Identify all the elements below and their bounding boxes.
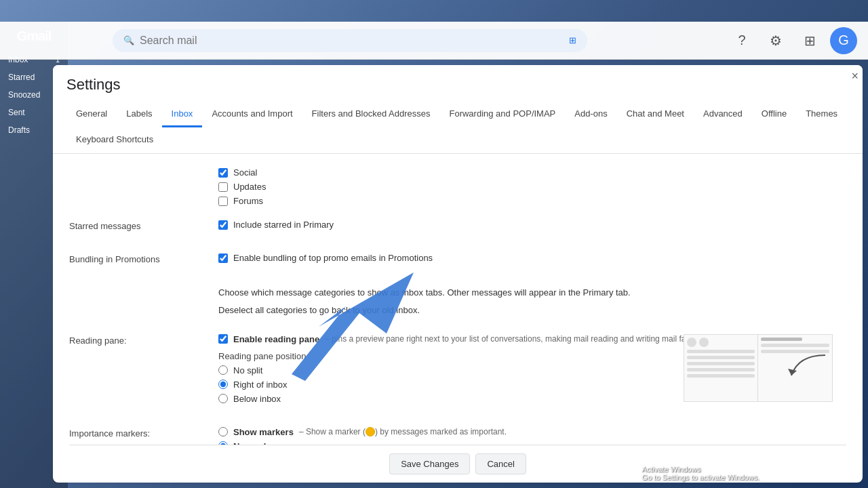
starred-label: Starred — [8, 73, 35, 82]
snoozed-label: Snoozed — [8, 90, 40, 100]
preview-right — [758, 335, 832, 401]
bundling-enable-row: Enable bundling of top promo emails in P… — [218, 253, 846, 263]
tab-filters[interactable]: Filters and Blocked Addresses — [302, 102, 440, 127]
bundling-content: Enable bundling of top promo emails in P… — [218, 253, 846, 267]
bundling-label-cell: Bundling in Promotions — [69, 253, 205, 267]
tab-desc-text: Choose which message categories to show … — [218, 286, 846, 300]
tab-description: Choose which message categories to show … — [69, 286, 846, 300]
preview-left — [684, 335, 758, 401]
checkbox-social-row: Social — [218, 167, 846, 178]
checkbox-social-label: Social — [233, 167, 257, 178]
preview-line-r-2 — [761, 344, 829, 347]
cancel-button[interactable]: Cancel — [475, 453, 526, 474]
checkbox-updates[interactable] — [218, 182, 228, 192]
main-content: Settings × General Labels Inbox Accounts… — [47, 60, 868, 488]
settings-tabs: General Labels Inbox Accounts and Import… — [66, 102, 849, 153]
below-inbox-radio[interactable] — [218, 394, 228, 403]
no-split-radio[interactable] — [218, 365, 228, 375]
settings-icon[interactable]: ⚙ — [762, 27, 789, 54]
starred-messages-row: Starred messages Include starred in Prim… — [69, 220, 846, 234]
preview-line-dark-1 — [761, 338, 802, 341]
filter-icon[interactable]: ⊞ — [569, 35, 576, 45]
sent-label: Sent — [8, 108, 25, 117]
tab-forwarding[interactable]: Forwarding and POP/IMAP — [439, 102, 565, 127]
categories-section: Social Updates Forums — [69, 167, 846, 206]
activate-line2: Go to Settings to activate Windows. — [642, 473, 760, 481]
tab-offline[interactable]: Offline — [752, 102, 796, 127]
enable-reading-pane-checkbox[interactable] — [218, 334, 228, 344]
activate-line1: Activate Windows — [642, 465, 760, 473]
importance-label-text: Importance markers: — [69, 428, 150, 439]
activate-windows-notice: Activate Windows Go to Settings to activ… — [642, 465, 760, 481]
preview-line-5 — [687, 374, 755, 378]
settings-header: Settings × General Labels Inbox Accounts… — [53, 65, 863, 154]
include-starred-checkbox[interactable] — [218, 220, 228, 230]
show-markers-row: Show markers – Show a marker () by messa… — [218, 427, 846, 437]
account-icon[interactable]: G — [830, 27, 857, 54]
starred-content: Include starred in Primary — [218, 220, 846, 234]
tab-chat[interactable]: Chat and Meet — [617, 102, 694, 127]
reading-pane-preview — [684, 334, 833, 402]
svg-marker-0 — [788, 369, 797, 375]
tab-addons[interactable]: Add-ons — [565, 102, 616, 127]
right-of-inbox-label: Right of inbox — [233, 380, 288, 390]
marker-icon-example — [366, 427, 375, 436]
tab-labels[interactable]: Labels — [117, 102, 161, 127]
checkbox-social[interactable] — [218, 168, 228, 178]
show-markers-radio[interactable] — [218, 427, 228, 436]
settings-panel: Settings × General Labels Inbox Accounts… — [53, 65, 863, 483]
checkbox-forums[interactable] — [218, 197, 228, 206]
tab-general[interactable]: General — [66, 102, 117, 127]
tab-keyboard[interactable]: Keyboard Shortcuts — [66, 127, 163, 153]
save-changes-button[interactable]: Save Changes — [389, 453, 470, 474]
tab-advanced[interactable]: Advanced — [694, 102, 752, 127]
bundling-row: Bundling in Promotions Enable bundling o… — [69, 253, 846, 267]
close-button[interactable]: × — [851, 69, 859, 83]
checkbox-forums-row: Forums — [218, 196, 846, 206]
no-split-label: No split — [233, 365, 262, 375]
deselect-note-text: Deselect all categories to go back to yo… — [218, 305, 846, 315]
include-starred-label: Include starred in Primary — [233, 220, 334, 230]
tab-inbox[interactable]: Inbox — [162, 102, 203, 127]
preview-line-1 — [687, 350, 755, 353]
enable-reading-pane-label: Enable reading pane — [233, 334, 319, 344]
reading-pane-label-cell: Reading pane: — [69, 334, 205, 408]
deselect-note: Deselect all categories to go back to yo… — [69, 305, 846, 315]
below-inbox-label: Below inbox — [233, 394, 281, 404]
help-icon[interactable]: ? — [728, 27, 755, 54]
include-starred-row: Include starred in Primary — [218, 220, 846, 230]
right-of-inbox-radio[interactable] — [218, 380, 228, 389]
bundling-checkbox[interactable] — [218, 253, 228, 263]
bundling-checkbox-label: Enable bundling of top promo emails in P… — [233, 253, 433, 263]
settings-title: Settings — [66, 76, 849, 94]
search-icon: 🔍 — [123, 35, 134, 45]
show-markers-desc: – Show a marker () by messages marked as… — [299, 427, 507, 437]
settings-body: Social Updates Forums Starred messages — [53, 154, 863, 483]
grid-icon[interactable]: ⊞ — [796, 27, 823, 54]
show-markers-label: Show markers — [233, 427, 294, 437]
app-container: Gmail Inbox 1 Starred Snoozed Sent 3 Dra… — [0, 22, 868, 488]
preview-arrow-svg — [785, 348, 832, 389]
reading-pane-label-text: Reading pane: — [69, 336, 127, 346]
preview-line-3 — [687, 362, 755, 365]
top-header: 🔍 ⊞ ? ⚙ ⊞ G — [0, 22, 868, 60]
checkbox-updates-row: Updates — [218, 182, 846, 192]
starred-label-cell: Starred messages — [69, 220, 205, 234]
preview-line-4 — [687, 368, 755, 371]
reading-pane-row: Reading pane: Enable reading pane – pins… — [69, 334, 846, 408]
tab-themes[interactable]: Themes — [796, 102, 847, 127]
checkbox-updates-label: Updates — [233, 182, 266, 192]
tab-accounts[interactable]: Accounts and Import — [202, 102, 302, 127]
drafts-label: Drafts — [8, 125, 30, 135]
bundling-label-text: Bundling in Promotions — [69, 254, 160, 264]
search-bar[interactable]: 🔍 ⊞ — [113, 29, 587, 52]
checkbox-forums-label: Forums — [233, 196, 263, 206]
starred-label-text: Starred messages — [69, 221, 141, 231]
search-input[interactable] — [140, 35, 564, 47]
preview-line-2 — [687, 356, 755, 359]
header-icons: ? ⚙ ⊞ G — [728, 27, 857, 54]
